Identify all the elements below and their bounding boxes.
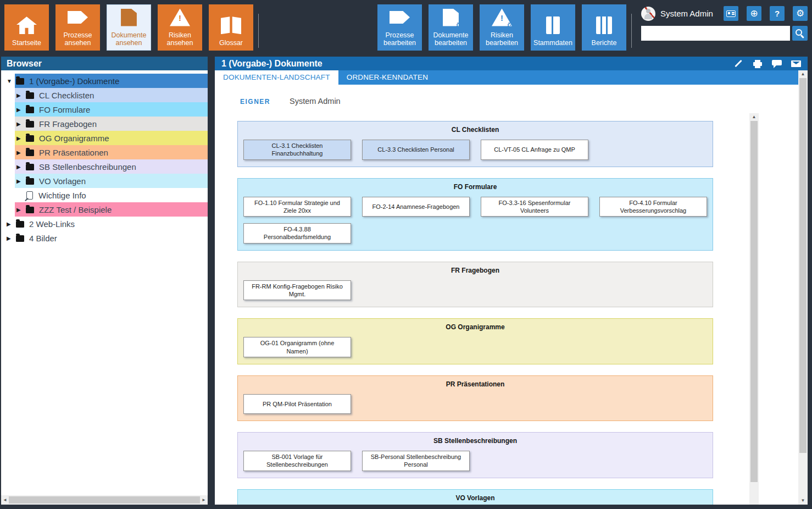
section-title: CL Checklisten — [243, 126, 707, 134]
tree-item[interactable]: ▶ 2 Web-Links — [1, 217, 208, 231]
tree-item-label: 1 (Vorgabe-) Dokumente — [29, 76, 119, 86]
tree-item[interactable]: ▶ VO Vorlagen — [1, 174, 208, 188]
nav-button[interactable]: Prozesse bearbeiten — [377, 4, 422, 51]
document-card[interactable]: OG-01 Organigramm (ohne Namen) — [243, 337, 351, 357]
document-landscape: CL Checklisten CL-3.1 Checklisten Finanz… — [215, 113, 798, 505]
tree-item-label: ZZZ Test / Beispiele — [39, 205, 112, 214]
tree-item[interactable]: ▼ 1 (Vorgabe-) Dokumente — [1, 74, 208, 88]
browser-panel-title: Browser — [7, 59, 42, 69]
settings-icon[interactable]: ⚙ — [793, 6, 808, 21]
browser-panel-header: Browser — [1, 57, 208, 70]
tab[interactable]: ORDNER-KENNDATEN — [338, 70, 436, 85]
tab-bar: DOKUMENTEN-LANDSCHAFT ORDNER-KENNDATEN — [215, 70, 798, 85]
printer-icon[interactable] — [753, 59, 763, 68]
document-card[interactable]: FO-4.3.88 Personalbedarfsmeldung — [243, 223, 351, 244]
tree-item[interactable]: ▶ ZZZ Test / Beispiele — [1, 202, 208, 217]
scroll-down-arrow[interactable]: ▼ — [801, 499, 805, 503]
tree-item-label: SB Stellenbeschreibungen — [39, 162, 136, 171]
id-card-icon[interactable] — [724, 6, 738, 21]
document-card[interactable]: FO-1.10 Formular Strategie und Ziele 20x… — [243, 197, 351, 217]
tree-item-label: 2 Web-Links — [29, 219, 75, 229]
landscape-scrollbar[interactable]: ▲ — [749, 113, 759, 505]
tree-item[interactable]: ▶ 4 Bilder — [1, 231, 208, 245]
scroll-left-arrow[interactable]: ◄ — [3, 498, 7, 502]
tree-item[interactable]: ▶ OG Organigramme — [1, 131, 208, 145]
document-card[interactable]: CL-3.1 Checklisten Finanzbuchhaltung — [243, 140, 351, 160]
help-icon[interactable]: ? — [770, 6, 785, 21]
mail-icon[interactable] — [791, 59, 801, 68]
expander-icon[interactable]: ▶ — [16, 92, 26, 98]
scroll-up-arrow[interactable]: ▲ — [801, 72, 805, 76]
process-gear-icon — [390, 9, 410, 26]
nav-button[interactable]: Glossar — [209, 4, 253, 51]
document-card[interactable]: FO-3.3-16 Spesenformular Volunteers — [481, 197, 588, 217]
main-content: DOKUMENTEN-LANDSCHAFT ORDNER-KENNDATEN E… — [215, 70, 798, 505]
search-input[interactable] — [641, 26, 790, 41]
user-avatar[interactable] — [641, 7, 655, 21]
tree-item[interactable]: ▶ SB Stellenbeschreibungen — [1, 159, 208, 174]
expander-icon[interactable]: ▶ — [16, 107, 26, 113]
nav-button[interactable]: Risiken bearbeiten — [480, 4, 524, 51]
document-section: SB Stellenbeschreibungen SB-001 Vorlage … — [237, 432, 713, 478]
expander-icon[interactable]: ▶ — [16, 150, 26, 156]
document-card-label: OG-01 Organigramm (ohne Namen) — [249, 339, 345, 355]
main-scrollbar[interactable]: ▲ ▼ — [798, 70, 808, 505]
expander-icon[interactable]: ▶ — [16, 135, 26, 141]
expander-icon[interactable]: ▶ — [7, 221, 16, 227]
expander-icon[interactable]: ▶ — [16, 121, 26, 127]
tree-item[interactable]: ▶ CL Checklisten — [1, 88, 208, 102]
tree-item[interactable]: ▶ FR Fragebogen — [1, 117, 208, 131]
binder-icon — [543, 16, 563, 34]
expander-icon[interactable]: ▶ — [16, 178, 26, 184]
document-card-label: FO-4.3.88 Personalbedarfsmeldung — [249, 225, 345, 241]
tree-item[interactable]: ▶ FO Formulare — [1, 102, 208, 117]
document-card[interactable]: PR QM-Pilot Präsentation — [243, 394, 351, 414]
section-title: VO Vorlagen — [243, 494, 707, 502]
section-title: FO Formulare — [243, 183, 707, 191]
document-card[interactable]: SB-Personal Stellenbeschreibung Personal — [362, 451, 470, 471]
scroll-right-arrow[interactable]: ► — [202, 498, 206, 502]
expander-icon[interactable]: ▼ — [7, 78, 16, 84]
expander-icon[interactable]: ▶ — [16, 207, 26, 213]
search-bar — [641, 26, 808, 41]
document-section: FR Fragebogen FR-RM Konfig-Fragebogen Ri… — [237, 262, 713, 308]
document-icon — [119, 9, 139, 26]
edit-button-group: Prozesse bearbeiten Dokumente bearbeiten… — [377, 4, 626, 51]
document-card[interactable]: SB-001 Vorlage für Stellenbeschreibungen — [243, 451, 351, 471]
tree-item-label: 4 Bilder — [29, 234, 57, 243]
nav-button[interactable]: Risiken ansehen — [158, 4, 202, 51]
nav-button-label: Prozesse bearbeiten — [379, 31, 421, 48]
tab[interactable]: DOKUMENTEN-LANDSCHAFT — [215, 70, 338, 85]
scroll-up-arrow[interactable]: ▲ — [752, 115, 757, 119]
edit-pencil-icon[interactable] — [733, 59, 743, 68]
book-icon — [221, 16, 241, 34]
tree-item-label: Wichtige Info — [38, 191, 86, 200]
document-card-label: FO-1.10 Formular Strategie und Ziele 20x… — [249, 199, 345, 215]
scrollbar-thumb[interactable] — [9, 496, 200, 504]
document-card[interactable]: CL-3.3 Checklisten Personal — [362, 140, 470, 160]
nav-button[interactable]: Dokumente bearbeiten — [429, 4, 473, 51]
section-title: OG Organigramme — [243, 323, 707, 331]
expander-icon[interactable]: ▶ — [7, 235, 16, 241]
nav-button[interactable]: Dokumente ansehen — [107, 4, 151, 51]
globe-icon[interactable]: ⊕ — [747, 6, 761, 21]
nav-button[interactable]: Prozesse ansehen — [55, 4, 100, 51]
nav-button[interactable]: Stammdaten — [531, 4, 575, 51]
nav-button[interactable]: Berichte — [582, 4, 626, 51]
expander-icon[interactable]: ▶ — [16, 164, 26, 170]
scrollbar-thumb[interactable] — [750, 121, 758, 482]
reports-icon — [594, 16, 614, 34]
search-button[interactable] — [792, 26, 808, 41]
browser-horizontal-scrollbar[interactable]: ◄ ► — [1, 495, 208, 505]
tree-item[interactable]: ▶ PR Präsentationen — [1, 145, 208, 159]
document-card[interactable]: FR-RM Konfig-Fragebogen Risiko Mgmt. — [243, 280, 351, 301]
comment-icon[interactable] — [772, 59, 782, 68]
folder-icon — [16, 235, 24, 242]
tree-item[interactable]: Wichtige Info — [1, 188, 208, 202]
document-card[interactable]: FO-4.10 Formular Verbesserungsvorschlag — [599, 197, 707, 217]
nav-button[interactable]: Startseite — [4, 4, 49, 51]
scrollbar-thumb[interactable] — [799, 78, 807, 453]
document-card[interactable]: CL-VT-05 CL Anfrage zu QMP — [481, 140, 588, 160]
document-card-label: FO-4.10 Formular Verbesserungsvorschlag — [605, 199, 701, 215]
document-card[interactable]: FO-2-14 Anamnese-Fragebogen — [362, 197, 470, 217]
